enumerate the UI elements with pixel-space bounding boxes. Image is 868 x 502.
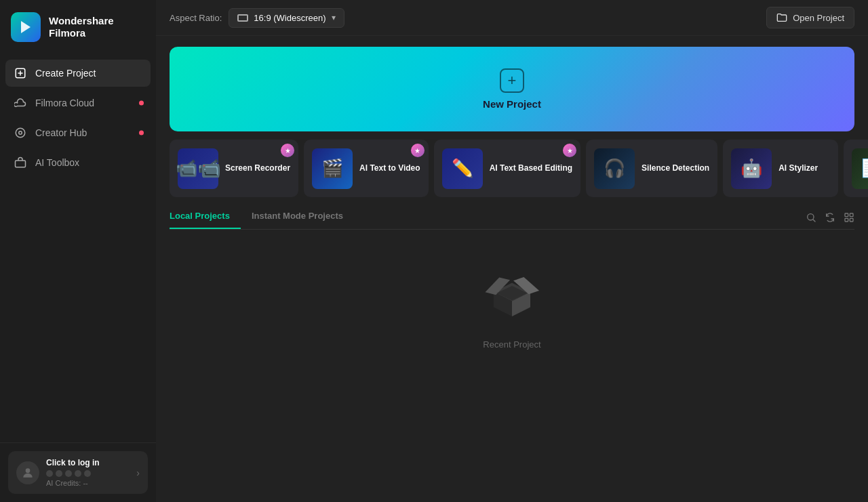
credit-dot-4 <box>75 470 81 477</box>
ai-stylizer-icon: 🤖 <box>741 158 762 179</box>
app-logo-icon <box>11 12 41 42</box>
sidebar: Wondershare Filmora Create Project Filmo… <box>0 0 156 502</box>
badge-star-icon: ★ <box>285 147 291 154</box>
tab-actions <box>806 212 854 223</box>
projects-tabs: Local Projects Instant Mode Projects <box>170 205 854 230</box>
sidebar-item-create-project[interactable]: Create Project <box>5 60 151 87</box>
credit-dot-1 <box>46 470 53 477</box>
logo-area: Wondershare Filmora <box>0 0 156 54</box>
svg-rect-6 <box>845 213 848 217</box>
grid-view-icon[interactable] <box>844 212 854 223</box>
sidebar-item-label: Filmora Cloud <box>35 98 94 108</box>
sidebar-item-creator-hub[interactable]: Creator Hub <box>5 119 151 146</box>
text-editing-icon: ✏️ <box>452 158 473 179</box>
credit-dot-5 <box>84 470 91 477</box>
login-card[interactable]: Click to log in AI Credits: -- › <box>8 451 148 494</box>
create-project-icon <box>14 66 27 80</box>
svg-point-1 <box>16 128 25 138</box>
screen-recorder-icon: 📹 <box>176 158 197 179</box>
new-project-label: New Project <box>483 98 541 110</box>
tools-row: 📹 Screen Recorder ★ 🎬 AI Text to Video ★… <box>156 131 868 205</box>
tool-card-label: AI Text to Video <box>359 163 420 174</box>
tab-instant-mode[interactable]: Instant Mode Projects <box>252 205 354 229</box>
avatar <box>16 461 39 484</box>
tool-card-label: AI Stylizer <box>778 163 818 174</box>
tool-card-label: Silence Detection <box>642 163 709 174</box>
empty-state-text: Recent Project <box>483 339 540 350</box>
sidebar-item-label: Create Project <box>35 68 96 79</box>
app-name: Wondershare Filmora <box>49 15 114 39</box>
topbar: Aspect Ratio: 16:9 (Widescreen) ▾ Open P… <box>156 0 868 36</box>
aspect-ratio-label: Aspect Ratio: <box>170 13 222 23</box>
credit-dot-2 <box>56 470 62 477</box>
projects-section: Local Projects Instant Mode Projects <box>156 205 868 502</box>
notification-dot <box>139 131 144 135</box>
tool-card-silence-detection[interactable]: 🎧 Silence Detection <box>586 140 717 197</box>
sidebar-item-filmora-cloud[interactable]: Filmora Cloud <box>5 89 151 117</box>
tool-card-label: Screen Recorder <box>225 163 290 174</box>
chevron-right-icon: › <box>136 467 140 478</box>
creator-hub-icon <box>14 126 27 140</box>
svg-point-4 <box>26 468 31 473</box>
badge-star-icon: ★ <box>567 147 573 154</box>
text-to-video-visual: 🎬 <box>312 148 353 189</box>
main-content: Aspect Ratio: 16:9 (Widescreen) ▾ Open P… <box>156 0 868 502</box>
badge-star-icon: ★ <box>414 147 420 154</box>
ai-toolbox-icon <box>14 156 27 169</box>
aspect-ratio-group: Aspect Ratio: 16:9 (Widescreen) ▾ <box>170 8 344 28</box>
tool-card-label: AI Text Based Editing <box>490 163 572 174</box>
ai-stylizer-visual: 🤖 <box>731 148 772 189</box>
silence-detection-visual: 🎧 <box>594 148 635 189</box>
credits-dots <box>46 470 130 477</box>
sidebar-footer: Click to log in AI Credits: -- › <box>0 442 156 502</box>
credits-text: AI Credits: -- <box>46 479 130 487</box>
silence-detection-icon: 🎧 <box>604 158 625 179</box>
aspect-icon <box>237 14 248 22</box>
sidebar-item-label: AI Toolbox <box>35 157 79 168</box>
screen-recorder-visual: 📹 <box>178 148 218 189</box>
tool-card-ai-copywriter[interactable]: 📝 AI Copywri... <box>844 140 868 197</box>
text-editing-visual: ✏️ <box>442 148 483 189</box>
tool-badge: ★ <box>411 144 425 157</box>
tool-card-screen-recorder[interactable]: 📹 Screen Recorder ★ <box>170 140 298 197</box>
tool-card-ai-text-to-video[interactable]: 🎬 AI Text to Video ★ <box>304 140 429 197</box>
empty-box-icon <box>481 268 542 329</box>
open-project-button[interactable]: Open Project <box>766 7 854 28</box>
tool-badge: ★ <box>563 144 576 157</box>
ai-copywriter-visual: 📝 <box>852 148 868 189</box>
credit-dot-3 <box>65 470 72 477</box>
tool-card-ai-stylizer[interactable]: 🤖 AI Stylizer <box>723 140 838 197</box>
new-project-banner[interactable]: + New Project <box>170 47 854 131</box>
sidebar-item-label: Creator Hub <box>35 127 87 138</box>
refresh-icon[interactable] <box>825 212 835 223</box>
aspect-ratio-select[interactable]: 16:9 (Widescreen) ▾ <box>229 8 344 28</box>
svg-rect-3 <box>16 161 26 167</box>
new-project-plus-icon: + <box>500 68 524 93</box>
aspect-ratio-value: 16:9 (Widescreen) <box>254 13 326 23</box>
svg-rect-9 <box>850 218 853 222</box>
ai-copywriter-icon: 📝 <box>861 158 868 179</box>
tool-badge: ★ <box>281 144 294 157</box>
folder-icon <box>776 12 787 23</box>
cloud-icon <box>14 96 27 110</box>
text-to-video-icon: 🎬 <box>321 158 343 179</box>
sidebar-item-ai-toolbox[interactable]: AI Toolbox <box>5 149 151 176</box>
svg-point-2 <box>19 131 22 135</box>
svg-rect-8 <box>845 218 848 222</box>
sidebar-navigation: Create Project Filmora Cloud Creator Hub <box>0 54 156 442</box>
notification-dot <box>139 101 144 106</box>
empty-state: Recent Project <box>170 240 854 377</box>
search-icon[interactable] <box>806 212 816 223</box>
login-title: Click to log in <box>46 458 130 467</box>
tab-local-projects[interactable]: Local Projects <box>170 205 241 229</box>
chevron-down-icon: ▾ <box>332 13 336 22</box>
tool-card-ai-text-based-editing[interactable]: ✏️ AI Text Based Editing ★ <box>434 140 580 197</box>
svg-rect-7 <box>850 213 853 217</box>
open-project-label: Open Project <box>793 13 844 23</box>
login-info: Click to log in AI Credits: -- <box>46 458 130 487</box>
